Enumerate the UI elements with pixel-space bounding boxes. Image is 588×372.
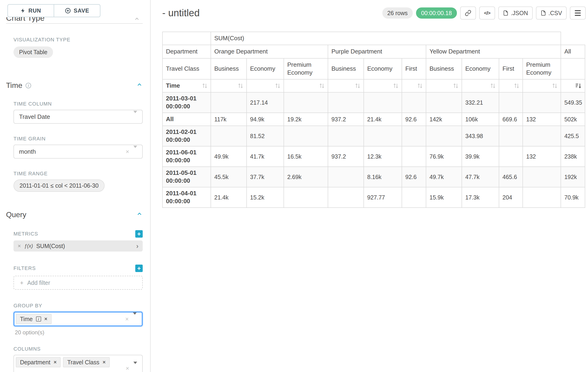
pivot-cell: 465.6 xyxy=(499,167,523,187)
view-query-button[interactable]: </> xyxy=(479,7,495,20)
pivot-cell xyxy=(402,92,426,113)
pivot-cell xyxy=(328,187,364,208)
sort-icon[interactable] xyxy=(393,83,398,89)
plus-circle-icon xyxy=(65,8,71,14)
pivot-time-sort-cell[interactable]: Time xyxy=(162,79,211,92)
pivot-cell: 76.9k xyxy=(426,146,462,167)
pivot-group-header: Yellow Department xyxy=(426,45,561,58)
pivot-cell: 669.6 xyxy=(499,113,523,126)
sort-icon[interactable] xyxy=(238,83,243,89)
time-section-header: Time i xyxy=(6,81,143,90)
results-toolbar: 26 rows 00:00:00.18 </> .JSON .CSV xyxy=(382,7,586,20)
clear-all-icon[interactable]: × xyxy=(126,365,129,371)
remove-metric-icon[interactable]: × xyxy=(18,243,21,249)
export-csv-button[interactable]: .CSV xyxy=(536,7,567,20)
pivot-sort-cell[interactable] xyxy=(211,79,247,92)
pivot-sort-cell[interactable] xyxy=(523,79,561,92)
collapse-chevron-up-icon[interactable] xyxy=(136,210,143,219)
add-filter-plus-button[interactable]: + xyxy=(135,265,143,272)
pivot-cell: 238k xyxy=(561,146,585,167)
pivot-corner-cell xyxy=(162,32,211,45)
pivot-subcolumn-header: Business xyxy=(211,58,247,79)
time-column-select[interactable]: Travel Date xyxy=(13,110,143,124)
pivot-sort-cell[interactable] xyxy=(402,79,426,92)
sort-icon[interactable] xyxy=(552,83,557,89)
more-options-button[interactable] xyxy=(570,7,586,20)
time-range-pill[interactable]: 2011-01-01 ≤ col < 2011-06-30 xyxy=(13,180,105,192)
pivot-sort-cell[interactable] xyxy=(426,79,462,92)
chevron-right-icon[interactable]: › xyxy=(136,243,138,249)
link-icon xyxy=(465,10,471,16)
time-grain-select[interactable]: month × xyxy=(13,145,143,159)
pivot-cell: 15.2k xyxy=(247,187,284,208)
pivot-cell: 94.9k xyxy=(247,113,284,126)
info-icon[interactable]: i xyxy=(36,317,41,321)
group-by-chip-time[interactable]: Time i × xyxy=(16,314,52,324)
group-by-select[interactable]: Time i × × xyxy=(13,312,143,326)
sort-icon[interactable] xyxy=(417,83,422,89)
time-column-value: Travel Date xyxy=(19,113,50,120)
clear-all-icon[interactable]: × xyxy=(125,316,129,322)
add-metric-button[interactable]: + xyxy=(135,230,143,238)
pivot-subcolumn-header: Economy xyxy=(364,58,402,79)
pivot-sort-cell[interactable] xyxy=(499,79,523,92)
sort-icon[interactable] xyxy=(275,83,280,89)
pivot-cell: 39.9k xyxy=(462,146,499,167)
remove-chip-icon[interactable]: × xyxy=(44,316,47,322)
collapse-chevron-up-icon[interactable] xyxy=(136,81,143,90)
sort-icon[interactable] xyxy=(514,83,519,89)
chevron-up-icon[interactable] xyxy=(134,17,140,23)
columns-chip-travel-class[interactable]: Travel Class × xyxy=(63,357,110,367)
pivot-cell xyxy=(402,146,426,167)
pivot-data-row: All117k94.9k19.2k937.221.4k92.6142k106k6… xyxy=(162,113,585,126)
metric-chip[interactable]: × ƒ(x) SUM(Cost) › xyxy=(13,240,143,252)
code-icon: </> xyxy=(484,10,490,16)
columns-label: COLUMNS xyxy=(13,346,143,352)
pivot-cell xyxy=(499,126,523,146)
bolt-icon xyxy=(21,8,26,14)
export-json-button[interactable]: .JSON xyxy=(498,7,533,20)
chart-title[interactable]: - untitled xyxy=(162,7,200,19)
results-panel: - untitled 26 rows 00:00:00.18 </> .JSON… xyxy=(151,0,588,372)
pivot-sort-cell[interactable] xyxy=(328,79,364,92)
columns-select[interactable]: Department × Travel Class × × xyxy=(13,355,143,372)
pivot-cell: 937.2 xyxy=(328,113,364,126)
pivot-cell xyxy=(328,167,364,187)
remove-chip-icon[interactable]: × xyxy=(54,359,57,365)
pivot-cell: 217.14 xyxy=(247,92,284,113)
sort-icon[interactable] xyxy=(490,83,495,89)
copy-link-button[interactable] xyxy=(460,7,476,20)
sort-icon[interactable] xyxy=(355,83,360,89)
sort-icon[interactable] xyxy=(453,83,458,89)
pivot-data-row: 2011-03-01 00:00:00217.14332.21549.35 xyxy=(162,92,585,113)
sort-icon[interactable] xyxy=(319,83,325,89)
pivot-cell: 142k xyxy=(426,113,462,126)
remove-chip-icon[interactable]: × xyxy=(103,359,105,365)
visualization-type-pill[interactable]: Pivot Table xyxy=(13,46,53,58)
query-section-title: Query xyxy=(6,210,26,219)
pivot-cell xyxy=(499,92,523,113)
sort-icon[interactable] xyxy=(202,83,207,89)
save-button[interactable]: SAVE xyxy=(54,4,100,17)
pivot-sort-cell[interactable] xyxy=(364,79,402,92)
pivot-sort-cell[interactable] xyxy=(284,79,328,92)
pivot-cell xyxy=(523,167,561,187)
pivot-cell xyxy=(523,187,561,208)
time-grain-value: month xyxy=(19,148,36,155)
clear-icon[interactable]: × xyxy=(126,149,129,155)
sort-desc-active-icon[interactable] xyxy=(576,83,581,89)
pivot-sort-cell[interactable] xyxy=(247,79,284,92)
run-button[interactable]: RUN xyxy=(7,4,54,17)
group-by-label: GROUP BY xyxy=(13,303,143,309)
menu-icon xyxy=(575,10,581,16)
pivot-row-header: 2011-03-01 00:00:00 xyxy=(162,92,211,113)
add-filter-button[interactable]: + Add filter xyxy=(13,276,143,290)
query-timer-badge: 00:00:00.18 xyxy=(416,7,457,19)
pivot-sort-cell-active[interactable] xyxy=(561,79,585,92)
columns-chip-department[interactable]: Department × xyxy=(16,357,61,367)
pivot-sort-cell[interactable] xyxy=(462,79,499,92)
fx-icon: ƒ(x) xyxy=(24,243,33,249)
chip-label: Travel Class xyxy=(67,359,99,366)
pivot-data-row: 2011-05-01 00:00:0045.5k37.7k2.69k8.16k9… xyxy=(162,167,585,187)
info-icon[interactable]: i xyxy=(26,83,31,88)
